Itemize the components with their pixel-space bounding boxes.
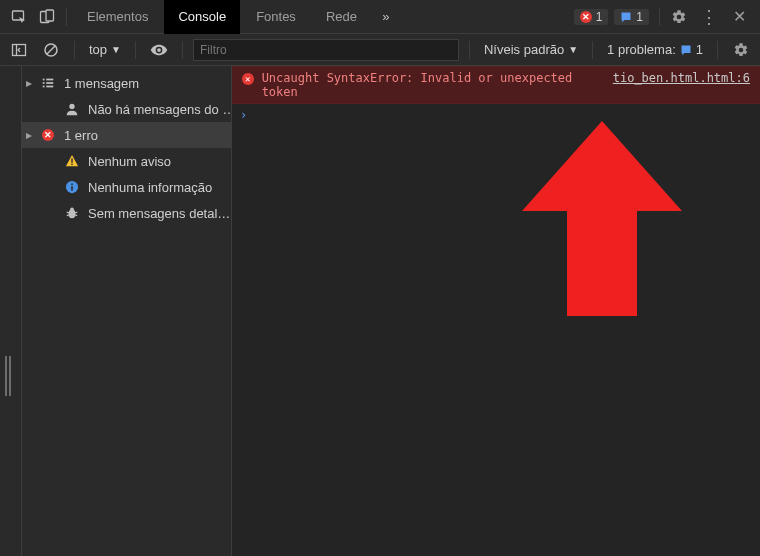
problems-label: 1 problema: <box>607 42 676 57</box>
svg-line-22 <box>75 212 78 213</box>
left-activity-bar <box>0 66 22 556</box>
svg-rect-9 <box>43 82 45 84</box>
console-content: ▸ 1 mensagem Não há mensagens do … ▸ ✕ 1… <box>0 66 760 556</box>
context-label: top <box>89 42 107 57</box>
chevron-down-icon: ▼ <box>568 44 578 55</box>
separator <box>592 41 593 59</box>
svg-line-24 <box>75 215 78 216</box>
error-count: 1 <box>596 10 603 24</box>
chevron-down-icon: ▼ <box>111 44 121 55</box>
sidebar-item-debug[interactable]: Sem mensagens detal… <box>22 200 231 226</box>
sidebar-item-errors[interactable]: ▸ ✕ 1 erro <box>22 122 231 148</box>
sidebar-item-label: 1 mensagem <box>64 76 139 91</box>
error-icon: ✕ <box>40 127 56 143</box>
sidebar-item-label: Não há mensagens do … <box>88 102 231 117</box>
list-icon <box>40 75 56 91</box>
separator <box>717 41 718 59</box>
tab-console[interactable]: Console <box>164 0 240 34</box>
levels-label: Níveis padrão <box>484 42 564 57</box>
sidebar-item-messages[interactable]: ▸ 1 mensagem <box>22 70 231 96</box>
separator <box>135 41 136 59</box>
tab-sources[interactable]: Fontes <box>242 0 310 34</box>
prompt-chevron-icon: › <box>240 108 247 122</box>
console-error-message[interactable]: ✕ Uncaught SyntaxError: Invalid or unexp… <box>232 66 760 104</box>
svg-line-6 <box>47 46 55 54</box>
user-icon <box>64 101 80 117</box>
console-settings-gear-icon[interactable] <box>728 37 754 63</box>
tab-network[interactable]: Rede <box>312 0 371 34</box>
issues-link[interactable]: 1 problema: 1 <box>603 42 707 57</box>
svg-rect-3 <box>13 44 26 55</box>
error-icon: ✕ <box>580 11 592 23</box>
error-text: Uncaught SyntaxError: Invalid or unexpec… <box>262 71 605 99</box>
svg-rect-17 <box>71 186 73 190</box>
bug-icon <box>64 205 80 221</box>
svg-rect-11 <box>43 86 45 88</box>
separator <box>659 8 660 26</box>
sidebar-item-user-messages[interactable]: Não há mensagens do … <box>22 96 231 122</box>
console-prompt[interactable]: › <box>232 104 760 126</box>
drawer-resize-handle[interactable] <box>5 356 7 396</box>
svg-rect-15 <box>71 164 72 165</box>
svg-rect-10 <box>46 82 53 84</box>
separator <box>74 41 75 59</box>
kebab-menu-icon[interactable]: ⋮ <box>694 6 722 28</box>
svg-point-13 <box>69 104 74 109</box>
console-toolbar: top ▼ Níveis padrão ▼ 1 problema: 1 <box>0 34 760 66</box>
svg-rect-7 <box>43 79 45 81</box>
separator <box>469 41 470 59</box>
context-selector[interactable]: top ▼ <box>85 42 125 57</box>
console-sidebar: ▸ 1 mensagem Não há mensagens do … ▸ ✕ 1… <box>22 66 232 556</box>
separator <box>66 8 67 26</box>
sidebar-item-info[interactable]: Nenhuma informação <box>22 174 231 200</box>
settings-gear-icon[interactable] <box>666 4 692 30</box>
clear-console-icon[interactable] <box>38 37 64 63</box>
issue-icon <box>680 44 692 56</box>
tab-elements[interactable]: Elementos <box>73 0 162 34</box>
problems-count: 1 <box>696 42 703 57</box>
separator <box>182 41 183 59</box>
warning-icon <box>64 153 80 169</box>
svg-rect-2 <box>46 10 54 21</box>
console-output[interactable]: ✕ Uncaught SyntaxError: Invalid or unexp… <box>232 66 760 556</box>
svg-line-23 <box>67 215 70 216</box>
error-icon: ✕ <box>242 73 254 85</box>
sidebar-item-warnings[interactable]: Nenhum aviso <box>22 148 231 174</box>
expand-triangle-icon: ▸ <box>26 76 36 90</box>
console-filter-input[interactable] <box>193 39 459 61</box>
devtools-top-tabs: Elementos Console Fontes Rede » ✕ 1 1 ⋮ … <box>0 0 760 34</box>
log-levels-selector[interactable]: Níveis padrão ▼ <box>480 42 582 57</box>
error-count-badge[interactable]: ✕ 1 <box>574 9 609 25</box>
expand-triangle-icon: ▸ <box>26 128 36 142</box>
svg-rect-12 <box>46 86 53 88</box>
sidebar-item-label: Nenhuma informação <box>88 180 212 195</box>
svg-rect-18 <box>71 184 73 186</box>
svg-line-21 <box>67 212 70 213</box>
sidebar-item-label: 1 erro <box>64 128 98 143</box>
info-icon <box>64 179 80 195</box>
error-source-link[interactable]: tio_ben.html.html:6 <box>613 71 750 99</box>
sidebar-item-label: Sem mensagens detal… <box>88 206 230 221</box>
toggle-sidebar-icon[interactable] <box>6 37 32 63</box>
device-toggle-icon[interactable] <box>34 4 60 30</box>
svg-point-20 <box>70 208 74 212</box>
issue-icon <box>620 11 632 23</box>
more-tabs-chevron-icon[interactable]: » <box>373 4 399 30</box>
annotation-arrow <box>522 121 682 331</box>
issue-count: 1 <box>636 10 643 24</box>
live-expression-eye-icon[interactable] <box>146 37 172 63</box>
inspect-icon[interactable] <box>6 4 32 30</box>
close-devtools-button[interactable]: ✕ <box>724 7 754 26</box>
svg-rect-14 <box>71 158 72 162</box>
issue-count-badge[interactable]: 1 <box>614 9 649 25</box>
sidebar-item-label: Nenhum aviso <box>88 154 171 169</box>
svg-rect-8 <box>46 79 53 81</box>
